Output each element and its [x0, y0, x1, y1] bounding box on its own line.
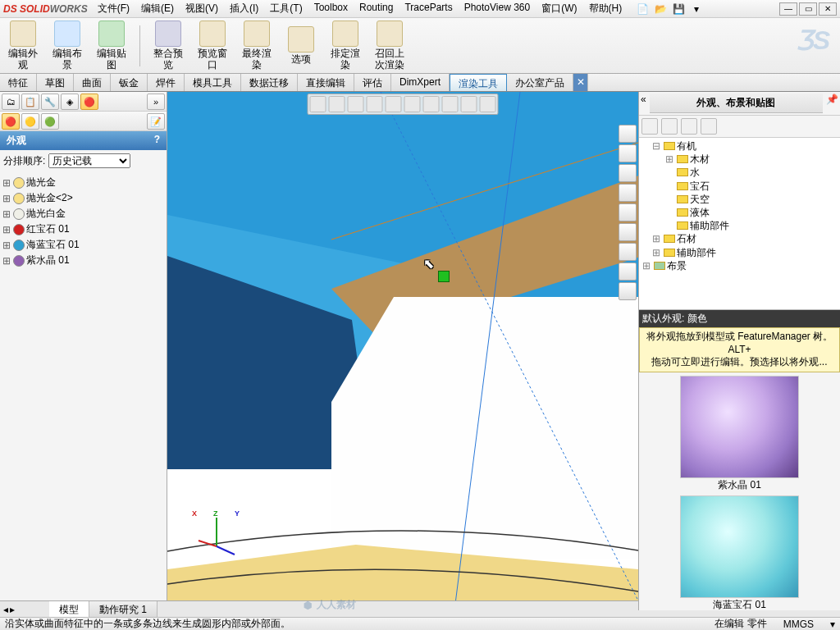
design-library-icon[interactable] [619, 144, 637, 162]
minimize-button[interactable]: — [779, 2, 797, 16]
expand-icon[interactable]: » [147, 94, 165, 110]
tree-folder[interactable]: ⊞石材 [642, 232, 837, 245]
tab-surfaces[interactable]: 曲面 [74, 74, 111, 91]
tree-item[interactable]: ⊞红宝石 01 [2, 221, 165, 237]
display-manager-icon[interactable]: 🔴 [80, 94, 98, 110]
tree-item[interactable]: ⊞抛光白金 [2, 206, 165, 221]
more2-icon[interactable] [619, 262, 637, 281]
menu-view[interactable]: 视图(V) [180, 0, 223, 17]
menu-file[interactable]: 文件(F) [93, 0, 135, 17]
preview-window-button[interactable]: 预览窗口 [196, 21, 229, 70]
more-icon[interactable]: ▾ [689, 2, 704, 16]
dimxpert-icon[interactable]: ◈ [61, 94, 79, 110]
tree-item[interactable]: ⊞紫水晶 01 [2, 253, 165, 268]
decals-lib-icon[interactable] [681, 118, 697, 135]
menu-traceparts[interactable]: TraceParts [399, 0, 457, 17]
tab-features[interactable]: 特征 [0, 74, 37, 91]
tab-office[interactable]: 办公室产品 [507, 74, 573, 91]
save-icon[interactable]: 💾 [671, 2, 686, 16]
sort-dropdown[interactable]: 历史记载 [48, 153, 130, 168]
pin-icon[interactable]: 📌 [826, 94, 838, 113]
appearance-tab-icon[interactable]: 🔴 [2, 113, 20, 130]
menu-photoview[interactable]: PhotoView 360 [459, 0, 536, 17]
tree-item[interactable]: ⊞抛光金<2> [2, 190, 165, 206]
menu-toolbox[interactable]: Toolbox [309, 0, 353, 17]
tree-folder[interactable]: ⊞布景 [642, 259, 837, 272]
tab-scroll-right-icon[interactable]: ▸ [10, 604, 15, 615]
menu-insert[interactable]: 插入(I) [225, 0, 263, 17]
file-explorer-icon[interactable] [619, 164, 637, 182]
menu-routing[interactable]: Routing [354, 0, 398, 17]
more3-icon[interactable] [619, 282, 637, 300]
final-render-button[interactable]: 最终渲染 [240, 21, 273, 70]
tree-folder[interactable]: 宝石 [642, 180, 837, 193]
apply-scene-icon[interactable] [461, 96, 477, 112]
view-triad[interactable]: Z X Y [192, 509, 241, 561]
tab-evaluate[interactable]: 评估 [354, 74, 391, 91]
tab-scroll-left-icon[interactable]: ◂ [3, 604, 8, 615]
edit-appearance-button[interactable]: 编辑外观 [7, 21, 39, 70]
graphics-viewport[interactable]: ⬉ Z X Y [167, 92, 638, 610]
options-icon[interactable]: 📝 [147, 113, 165, 130]
tree-folder[interactable]: ⊞辅助部件 [642, 246, 837, 259]
tab-model[interactable]: 模型 [49, 601, 89, 617]
close-button[interactable]: ✕ [819, 2, 837, 16]
view-orientation-icon[interactable] [386, 96, 402, 112]
edit-appearance-icon[interactable] [442, 96, 459, 112]
tab-moldtools[interactable]: 模具工具 [185, 74, 241, 91]
resources-icon[interactable] [619, 125, 637, 143]
property-manager-icon[interactable]: 📋 [21, 94, 39, 110]
tree-folder[interactable]: 液体 [642, 206, 837, 219]
tab-sketch[interactable]: 草图 [37, 74, 74, 91]
tab-rendertools[interactable]: 渲染工具 [450, 74, 507, 91]
decal-tab-icon[interactable]: 🟡 [21, 113, 39, 130]
integrated-preview-button[interactable]: 整合预览 [152, 21, 185, 70]
options-button[interactable]: 选项 [285, 26, 317, 65]
tree-item[interactable]: ⊞海蓝宝石 01 [2, 237, 165, 253]
open-icon[interactable]: 📂 [653, 2, 668, 16]
prev-view-icon[interactable] [348, 96, 364, 112]
custom-props-icon[interactable] [619, 223, 637, 241]
recall-render-button[interactable]: 召回上次渲染 [373, 21, 406, 70]
tab-directedit[interactable]: 直接编辑 [298, 74, 354, 91]
menu-window[interactable]: 窗口(W) [536, 0, 582, 17]
edit-decal-button[interactable]: 编辑贴图 [95, 21, 128, 70]
tree-item[interactable]: ⊞抛光金 [2, 175, 165, 190]
tree-folder[interactable]: ⊟有机 [642, 139, 837, 153]
menu-tools[interactable]: 工具(T) [265, 0, 307, 17]
zoom-area-icon[interactable] [329, 96, 345, 112]
status-units[interactable]: MMGS [783, 619, 814, 630]
appearances-lib-icon[interactable] [641, 118, 658, 135]
appearances-icon[interactable] [619, 203, 637, 221]
tab-sheetmetal[interactable]: 钣金 [111, 74, 148, 91]
restore-button[interactable]: ▭ [799, 2, 817, 16]
tree-folder[interactable]: 辅助部件 [642, 219, 837, 232]
back-icon[interactable]: « [641, 94, 646, 113]
config-manager-icon[interactable]: 🔧 [41, 94, 59, 110]
tab-weldments[interactable]: 焊件 [148, 74, 185, 91]
menu-help[interactable]: 帮助(H) [584, 0, 628, 17]
preview-item[interactable]: 海蓝宝石 01 [676, 495, 803, 610]
tab-dimxpert[interactable]: DimXpert [391, 74, 450, 91]
more-icon[interactable] [619, 243, 637, 261]
menu-edit[interactable]: 编辑(E) [136, 0, 179, 17]
preview-item[interactable]: 紫水晶 01 [676, 376, 803, 492]
edit-scene-button[interactable]: 编辑布景 [51, 21, 84, 70]
hide-show-icon[interactable] [423, 96, 440, 112]
view-settings-icon[interactable] [480, 96, 496, 112]
tab-close-button[interactable]: ✕ [573, 74, 588, 91]
zoom-fit-icon[interactable] [310, 96, 326, 112]
section-view-icon[interactable] [367, 96, 383, 112]
view-palette-icon[interactable] [619, 184, 637, 202]
scenes-lib-icon[interactable] [661, 118, 678, 135]
tree-folder[interactable]: 水 [642, 166, 837, 179]
tree-folder[interactable]: 天空 [642, 193, 837, 206]
display-style-icon[interactable] [404, 96, 421, 112]
feature-tree-icon[interactable]: 🗂 [2, 94, 20, 110]
help-button[interactable]: ? [154, 134, 160, 148]
tree-folder[interactable]: ⊞木材 [642, 153, 837, 166]
tab-motion-study[interactable]: 動作研究 1 [89, 601, 158, 617]
schedule-render-button[interactable]: 排定渲染 [329, 21, 362, 70]
tab-datamigration[interactable]: 数据迁移 [241, 74, 298, 91]
refresh-icon[interactable] [701, 118, 717, 135]
